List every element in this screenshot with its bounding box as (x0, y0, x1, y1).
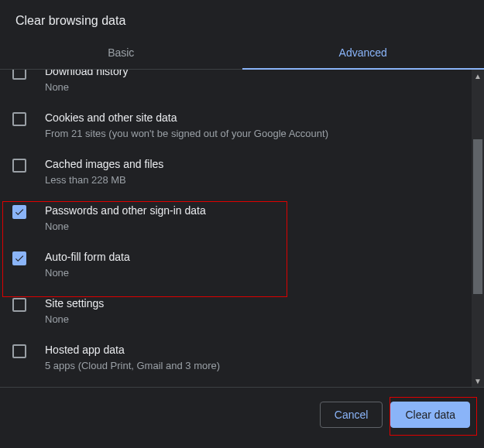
tab-bar: Basic Advanced (0, 37, 484, 70)
check-icon (14, 253, 25, 264)
option-download-history[interactable]: Download history None (0, 70, 484, 102)
dialog-footer: Cancel Clear data (0, 388, 484, 428)
options-list: Download history None Cookies and other … (0, 70, 484, 381)
option-title: Download history (45, 70, 128, 79)
scroll-down-icon[interactable]: ▼ (472, 374, 484, 387)
cancel-button[interactable]: Cancel (320, 402, 383, 428)
option-cookies[interactable]: Cookies and other site data From 21 site… (0, 102, 484, 149)
option-cached-images[interactable]: Cached images and files Less than 228 MB (0, 149, 484, 195)
checkbox-site-settings[interactable] (12, 298, 26, 312)
option-text: Download history None (45, 70, 128, 94)
check-icon (14, 207, 25, 217)
option-title: Cookies and other site data (45, 110, 328, 125)
option-title: Auto-fill form data (45, 249, 130, 265)
option-desc: None (45, 80, 128, 94)
option-text: Site settings None (45, 296, 104, 327)
option-desc: 5 apps (Cloud Print, Gmail and 3 more) (45, 359, 220, 373)
option-text: Passwords and other sign-in data None (45, 203, 206, 234)
option-title: Site settings (45, 296, 104, 311)
option-desc: None (45, 313, 104, 327)
option-hosted-apps[interactable]: Hosted app data 5 apps (Cloud Print, Gma… (0, 334, 484, 381)
scrollbar-track[interactable]: ▲ ▼ (472, 70, 484, 387)
option-title: Hosted app data (45, 342, 220, 357)
checkbox-cookies[interactable] (12, 112, 26, 126)
option-title: Cached images and files (45, 156, 163, 172)
checkbox-download-history[interactable] (12, 70, 26, 80)
option-text: Hosted app data 5 apps (Cloud Print, Gma… (45, 342, 220, 373)
option-autofill[interactable]: Auto-fill form data None (0, 241, 484, 288)
option-title: Passwords and other sign-in data (45, 203, 206, 218)
checkbox-cached-images[interactable] (12, 159, 26, 173)
scrollbar-thumb[interactable] (473, 139, 482, 294)
checkbox-autofill[interactable] (12, 251, 26, 265)
option-passwords[interactable]: Passwords and other sign-in data None (0, 195, 484, 241)
dialog-title: Clear browsing data (0, 0, 484, 37)
checkbox-passwords[interactable] (12, 205, 26, 219)
clear-data-button[interactable]: Clear data (390, 402, 470, 428)
option-site-settings[interactable]: Site settings None (0, 288, 484, 334)
option-text: Auto-fill form data None (45, 249, 130, 280)
scroll-up-icon[interactable]: ▲ (472, 70, 484, 82)
option-text: Cached images and files Less than 228 MB (45, 156, 163, 187)
option-desc: From 21 sites (you won't be signed out o… (45, 127, 328, 141)
tab-basic[interactable]: Basic (0, 37, 242, 69)
option-desc: None (45, 220, 206, 234)
option-text: Cookies and other site data From 21 site… (45, 110, 328, 141)
options-scroll-area: Download history None Cookies and other … (0, 70, 484, 387)
option-desc: None (45, 266, 130, 280)
tab-advanced[interactable]: Advanced (242, 37, 485, 69)
option-desc: Less than 228 MB (45, 173, 163, 187)
checkbox-hosted-apps[interactable] (12, 344, 26, 358)
